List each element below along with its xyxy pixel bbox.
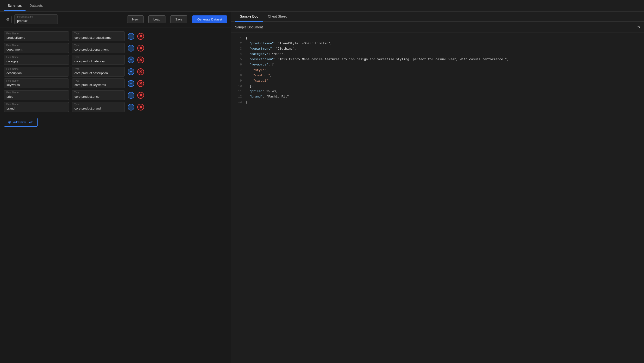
schema-name-label: Schema Name bbox=[17, 15, 33, 18]
line-content: "productName": "TrendStyle T-Shirt Limit… bbox=[246, 41, 332, 46]
code-line: 2 "productName": "TrendStyle T-Shirt Lim… bbox=[231, 41, 644, 46]
table-row: Field Name Type + ✕ bbox=[4, 67, 227, 76]
line-content: "brand": "FashionFit" bbox=[246, 94, 289, 99]
field-name-wrap-5: Field Name bbox=[4, 90, 69, 100]
field-name-wrap-1: Field Name bbox=[4, 43, 69, 53]
code-line: 4 "categpry": "Mens", bbox=[231, 51, 644, 57]
line-content: "categpry": "Mens", bbox=[246, 51, 285, 57]
code-line: 3 "department": "Clothing", bbox=[231, 46, 644, 51]
type-input-6[interactable] bbox=[72, 102, 125, 112]
line-content: "price": 25.43, bbox=[246, 89, 278, 94]
line-number: 9 bbox=[235, 78, 242, 83]
settings-button[interactable]: ⚙ bbox=[4, 16, 12, 23]
line-number: 10 bbox=[235, 83, 242, 89]
refresh-button[interactable]: ↻ bbox=[637, 24, 640, 30]
field-name-label-0: Field Name bbox=[6, 32, 18, 35]
line-number: 8 bbox=[235, 73, 242, 78]
line-number: 1 bbox=[235, 36, 242, 41]
type-wrap-2: Type bbox=[72, 55, 125, 65]
line-content: "description": "This trendy Mens device … bbox=[246, 57, 509, 62]
field-name-label-4: Field Name bbox=[6, 79, 18, 82]
add-row-button-5[interactable]: + bbox=[128, 92, 134, 99]
type-input-3[interactable] bbox=[72, 67, 125, 76]
line-number: 12 bbox=[235, 94, 242, 99]
type-input-4[interactable] bbox=[72, 78, 125, 88]
type-wrap-3: Type bbox=[72, 67, 125, 76]
line-content: "comfort", bbox=[246, 73, 272, 78]
tab-sample-doc[interactable]: Sample Doc bbox=[235, 11, 263, 22]
add-new-field-button[interactable]: ⊕ Add New Field bbox=[4, 118, 38, 127]
nav-tab-schemas[interactable]: Schemas bbox=[4, 1, 26, 11]
line-number: 6 bbox=[235, 62, 242, 67]
code-line: 7 "style", bbox=[231, 68, 644, 73]
generate-dataset-button[interactable]: Generate Dataset bbox=[192, 15, 227, 23]
add-row-button-3[interactable]: + bbox=[128, 68, 134, 75]
top-nav: Schemas Datasets bbox=[0, 0, 644, 11]
line-number: 2 bbox=[235, 41, 242, 46]
right-tabs: Sample Doc Cheat Sheet bbox=[231, 11, 644, 22]
line-number: 11 bbox=[235, 89, 242, 94]
schema-name-field: Schema Name bbox=[14, 14, 58, 24]
line-content: ], bbox=[246, 83, 253, 89]
field-name-label-1: Field Name bbox=[6, 44, 18, 47]
line-number: 7 bbox=[235, 68, 242, 73]
line-content: "department": "Clothing", bbox=[246, 46, 296, 51]
code-line: 9 "casual" bbox=[231, 78, 644, 83]
remove-row-button-0[interactable]: ✕ bbox=[137, 33, 144, 40]
field-name-wrap-0: Field Name bbox=[4, 31, 69, 41]
nav-tab-datasets[interactable]: Datasets bbox=[26, 1, 46, 11]
sample-doc-header: Sample Document ↻ bbox=[231, 22, 644, 33]
code-line: 12 "brand": "FashionFit" bbox=[231, 94, 644, 99]
add-row-button-6[interactable]: + bbox=[128, 104, 134, 110]
schema-header: ⚙ Schema Name New Load Save Generate Dat… bbox=[0, 11, 231, 27]
remove-row-button-5[interactable]: ✕ bbox=[137, 92, 144, 99]
type-input-2[interactable] bbox=[72, 55, 125, 65]
fields-list: Field Name Type + ✕ Field Name Type + ✕ … bbox=[0, 27, 231, 116]
line-number: 4 bbox=[235, 51, 242, 57]
add-row-button-0[interactable]: + bbox=[128, 33, 134, 40]
add-row-button-2[interactable]: + bbox=[128, 56, 134, 63]
line-number: 5 bbox=[235, 57, 242, 62]
line-content: "style", bbox=[246, 68, 268, 73]
line-content: "casual" bbox=[246, 78, 268, 83]
tab-cheat-sheet[interactable]: Cheat Sheet bbox=[263, 11, 292, 22]
type-label-1: Type bbox=[74, 44, 80, 47]
remove-row-button-3[interactable]: ✕ bbox=[137, 68, 144, 75]
remove-row-button-2[interactable]: ✕ bbox=[137, 56, 144, 63]
code-line: 1{ bbox=[231, 36, 644, 41]
table-row: Field Name Type + ✕ bbox=[4, 31, 227, 41]
table-row: Field Name Type + ✕ bbox=[4, 55, 227, 65]
type-label-3: Type bbox=[74, 68, 80, 70]
type-input-1[interactable] bbox=[72, 43, 125, 53]
field-name-label-5: Field Name bbox=[6, 91, 18, 94]
field-name-label-2: Field Name bbox=[6, 56, 18, 58]
add-row-button-4[interactable]: + bbox=[128, 80, 134, 87]
remove-row-button-6[interactable]: ✕ bbox=[137, 104, 144, 110]
line-number: 13 bbox=[235, 99, 242, 105]
type-wrap-5: Type bbox=[72, 90, 125, 100]
left-panel: ⚙ Schema Name New Load Save Generate Dat… bbox=[0, 11, 231, 363]
type-input-5[interactable] bbox=[72, 90, 125, 100]
remove-row-button-1[interactable]: ✕ bbox=[137, 45, 144, 51]
type-label-6: Type bbox=[74, 103, 80, 106]
table-row: Field Name Type + ✕ bbox=[4, 43, 227, 53]
right-panel: Sample Doc Cheat Sheet Sample Document ↻… bbox=[231, 11, 644, 363]
code-line: 6 "keywords": [ bbox=[231, 62, 644, 67]
remove-row-button-4[interactable]: ✕ bbox=[137, 80, 144, 87]
field-name-wrap-2: Field Name bbox=[4, 55, 69, 65]
type-wrap-0: Type bbox=[72, 31, 125, 41]
type-input-0[interactable] bbox=[72, 31, 125, 41]
table-row: Field Name Type + ✕ bbox=[4, 102, 227, 112]
line-content: { bbox=[246, 36, 248, 41]
type-label-2: Type bbox=[74, 56, 80, 58]
line-number: 3 bbox=[235, 46, 242, 51]
line-content: } bbox=[246, 99, 248, 105]
add-field-label: Add New Field bbox=[13, 120, 34, 124]
settings-icon: ⚙ bbox=[6, 17, 10, 22]
save-button[interactable]: Save bbox=[170, 15, 188, 23]
new-button[interactable]: New bbox=[127, 15, 144, 23]
type-label-4: Type bbox=[74, 79, 80, 82]
load-button[interactable]: Load bbox=[148, 15, 166, 23]
type-wrap-4: Type bbox=[72, 78, 125, 88]
add-row-button-1[interactable]: + bbox=[128, 45, 134, 51]
